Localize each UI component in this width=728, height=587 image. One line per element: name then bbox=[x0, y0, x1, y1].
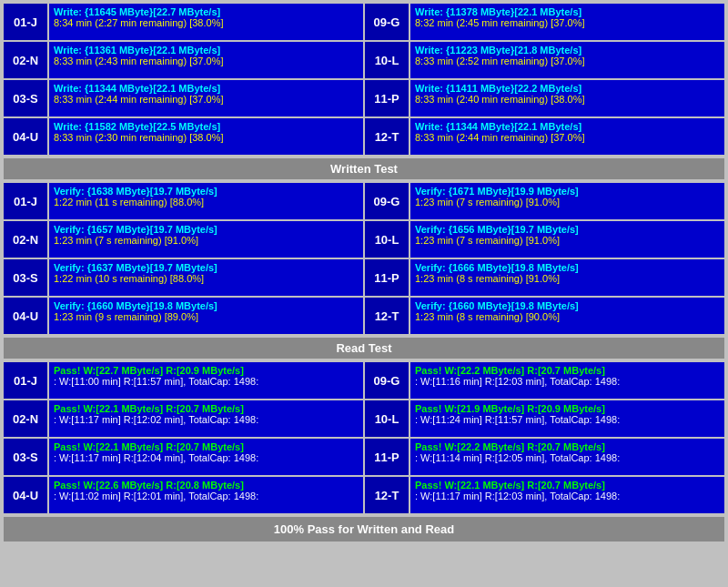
left-cell-3: Write: {11582 MByte}[22.5 MByte/s] 8:33 … bbox=[49, 118, 363, 155]
pass-right-id-3: 12-T bbox=[365, 477, 409, 513]
left-line1-3: Verify: {1660 MByte}[19.8 MByte/s] bbox=[54, 300, 359, 311]
right-cell-2: Verify: {1666 MByte}[19.8 MByte/s] 1:23 … bbox=[410, 259, 724, 296]
pass-row-2: 03-S Pass! W:[22.1 MByte/s] R:[20.7 MByt… bbox=[4, 439, 724, 475]
pass-right-line1-1: Pass! W:[21.9 MByte/s] R:[20.9 MByte/s] bbox=[415, 403, 720, 414]
right-id-1: 10-L bbox=[365, 221, 409, 258]
pass-right-line1-3: Pass! W:[22.1 MByte/s] R:[20.7 MByte/s] bbox=[415, 480, 720, 491]
pass-left-id-1: 02-N bbox=[4, 400, 47, 437]
right-id-0: 09-G bbox=[365, 183, 409, 219]
pass-right-cell-3: Pass! W:[22.1 MByte/s] R:[20.7 MByte/s] … bbox=[410, 477, 724, 513]
left-cell-2: Write: {11344 MByte}[22.1 MByte/s] 8:33 … bbox=[49, 80, 363, 116]
pass-right-id-1: 10-L bbox=[365, 400, 409, 437]
right-line2-3: 1:23 min (8 s remaining) [90.0%] bbox=[415, 311, 720, 322]
right-cell-0: Verify: {1671 MByte}[19.9 MByte/s] 1:23 … bbox=[410, 183, 724, 219]
bottom-bar: 100% Pass for Written and Read bbox=[4, 517, 724, 541]
left-line1-1: Write: {11361 MByte}[22.1 MByte/s] bbox=[54, 45, 359, 56]
row-1: 02-N Verify: {1657 MByte}[19.7 MByte/s] … bbox=[4, 221, 724, 258]
pass-left-id-2: 03-S bbox=[4, 439, 47, 475]
right-id-3: 12-T bbox=[365, 298, 409, 334]
left-cell-2: Verify: {1637 MByte}[19.7 MByte/s] 1:22 … bbox=[49, 259, 363, 296]
left-line1-2: Write: {11344 MByte}[22.1 MByte/s] bbox=[54, 83, 359, 94]
right-cell-1: Verify: {1656 MByte}[19.7 MByte/s] 1:23 … bbox=[410, 221, 724, 258]
pass-left-cell-2: Pass! W:[22.1 MByte/s] R:[20.7 MByte/s] … bbox=[49, 439, 363, 475]
pass-left-line2-1: : W:[11:17 min] R:[12:02 min], TotalCap:… bbox=[54, 414, 359, 425]
right-cell-3: Verify: {1660 MByte}[19.8 MByte/s] 1:23 … bbox=[410, 298, 724, 334]
pass-right-line2-1: : W:[11:24 min] R:[11:57 min], TotalCap:… bbox=[415, 414, 720, 425]
pass-left-id-0: 01-J bbox=[4, 362, 47, 399]
written-test-divider: Written Test bbox=[4, 158, 724, 179]
left-id-1: 02-N bbox=[4, 221, 47, 258]
row-3: 04-U Write: {11582 MByte}[22.5 MByte/s] … bbox=[4, 118, 724, 155]
read-test-divider: Read Test bbox=[4, 338, 724, 359]
pass-row-1: 02-N Pass! W:[22.1 MByte/s] R:[20.7 MByt… bbox=[4, 400, 724, 437]
pass-right-cell-1: Pass! W:[21.9 MByte/s] R:[20.9 MByte/s] … bbox=[410, 400, 724, 437]
pass-left-id-3: 04-U bbox=[4, 477, 47, 513]
row-0: 01-J Verify: {1638 MByte}[19.7 MByte/s] … bbox=[4, 183, 724, 219]
right-line1-1: Write: {11223 MByte}[21.8 MByte/s] bbox=[415, 45, 720, 56]
right-id-3: 12-T bbox=[365, 118, 409, 155]
left-line1-0: Write: {11645 MByte}[22.7 MByte/s] bbox=[54, 6, 359, 17]
left-id-1: 02-N bbox=[4, 42, 47, 78]
left-line2-1: 8:33 min (2:43 min remaining) [37.0%] bbox=[54, 56, 359, 66]
row-3: 04-U Verify: {1660 MByte}[19.8 MByte/s] … bbox=[4, 298, 724, 334]
left-id-2: 03-S bbox=[4, 80, 47, 116]
row-0: 01-J Write: {11645 MByte}[22.7 MByte/s] … bbox=[4, 4, 724, 40]
left-cell-1: Write: {11361 MByte}[22.1 MByte/s] 8:33 … bbox=[49, 42, 363, 78]
written-test-label: Written Test bbox=[330, 162, 398, 176]
pass-row-0: 01-J Pass! W:[22.7 MByte/s] R:[20.9 MByt… bbox=[4, 362, 724, 399]
left-id-2: 03-S bbox=[4, 259, 47, 296]
right-line2-2: 1:23 min (8 s remaining) [91.0%] bbox=[415, 273, 720, 284]
pass-right-line1-0: Pass! W:[22.2 MByte/s] R:[20.7 MByte/s] bbox=[415, 365, 720, 376]
left-cell-0: Verify: {1638 MByte}[19.7 MByte/s] 1:22 … bbox=[49, 183, 363, 219]
right-cell-1: Write: {11223 MByte}[21.8 MByte/s] 8:33 … bbox=[410, 42, 724, 78]
right-line1-2: Verify: {1666 MByte}[19.8 MByte/s] bbox=[415, 262, 720, 273]
right-id-2: 11-P bbox=[365, 80, 409, 116]
left-cell-0: Write: {11645 MByte}[22.7 MByte/s] 8:34 … bbox=[49, 4, 363, 40]
right-line1-3: Write: {11344 MByte}[22.1 MByte/s] bbox=[415, 121, 720, 132]
left-line2-2: 8:33 min (2:44 min remaining) [37.0%] bbox=[54, 94, 359, 105]
pass-right-line1-2: Pass! W:[22.2 MByte/s] R:[20.7 MByte/s] bbox=[415, 441, 720, 452]
left-cell-3: Verify: {1660 MByte}[19.8 MByte/s] 1:23 … bbox=[49, 298, 363, 334]
pass-left-line2-3: : W:[11:02 min] R:[12:01 min], TotalCap:… bbox=[54, 491, 359, 501]
read-test-label: Read Test bbox=[336, 341, 391, 355]
right-line1-0: Verify: {1671 MByte}[19.9 MByte/s] bbox=[415, 186, 720, 197]
left-id-0: 01-J bbox=[4, 183, 47, 219]
left-line1-1: Verify: {1657 MByte}[19.7 MByte/s] bbox=[54, 224, 359, 235]
row-2: 03-S Verify: {1637 MByte}[19.7 MByte/s] … bbox=[4, 259, 724, 296]
right-line2-0: 1:23 min (7 s remaining) [91.0%] bbox=[415, 197, 720, 207]
left-line2-1: 1:23 min (7 s remaining) [91.0%] bbox=[54, 235, 359, 246]
left-line1-3: Write: {11582 MByte}[22.5 MByte/s] bbox=[54, 121, 359, 132]
left-line2-2: 1:22 min (10 s remaining) [88.0%] bbox=[54, 273, 359, 284]
right-id-2: 11-P bbox=[365, 259, 409, 296]
right-line1-1: Verify: {1656 MByte}[19.7 MByte/s] bbox=[415, 224, 720, 235]
left-id-3: 04-U bbox=[4, 118, 47, 155]
pass-left-line2-0: : W:[11:00 min] R:[11:57 min], TotalCap:… bbox=[54, 376, 359, 387]
row-1: 02-N Write: {11361 MByte}[22.1 MByte/s] … bbox=[4, 42, 724, 78]
right-cell-0: Write: {11378 MByte}[22.1 MByte/s] 8:32 … bbox=[410, 4, 724, 40]
left-line1-2: Verify: {1637 MByte}[19.7 MByte/s] bbox=[54, 262, 359, 273]
right-line2-3: 8:33 min (2:44 min remaining) [37.0%] bbox=[415, 132, 720, 143]
pass-right-line2-3: : W:[11:17 min] R:[12:03 min], TotalCap:… bbox=[415, 491, 720, 501]
pass-right-line2-0: : W:[11:16 min] R:[12:03 min], TotalCap:… bbox=[415, 376, 720, 387]
pass-summary-label: 100% Pass for Written and Read bbox=[274, 522, 454, 536]
right-line2-1: 8:33 min (2:52 min remaining) [37.0%] bbox=[415, 56, 720, 66]
left-id-0: 01-J bbox=[4, 4, 47, 40]
pass-left-line1-0: Pass! W:[22.7 MByte/s] R:[20.9 MByte/s] bbox=[54, 365, 359, 376]
pass-row-3: 04-U Pass! W:[22.6 MByte/s] R:[20.8 MByt… bbox=[4, 477, 724, 513]
right-line2-0: 8:32 min (2:45 min remaining) [37.0%] bbox=[415, 17, 720, 28]
main-container: 01-J Write: {11645 MByte}[22.7 MByte/s] … bbox=[0, 0, 728, 545]
pass-right-id-0: 09-G bbox=[365, 362, 409, 399]
pass-left-cell-1: Pass! W:[22.1 MByte/s] R:[20.7 MByte/s] … bbox=[49, 400, 363, 437]
left-id-3: 04-U bbox=[4, 298, 47, 334]
right-line1-3: Verify: {1660 MByte}[19.8 MByte/s] bbox=[415, 300, 720, 311]
verify-section: 01-J Verify: {1638 MByte}[19.7 MByte/s] … bbox=[4, 183, 724, 334]
left-line2-3: 1:23 min (9 s remaining) [89.0%] bbox=[54, 311, 359, 322]
right-line1-2: Write: {11411 MByte}[22.2 MByte/s] bbox=[415, 83, 720, 94]
left-cell-1: Verify: {1657 MByte}[19.7 MByte/s] 1:23 … bbox=[49, 221, 363, 258]
right-line2-2: 8:33 min (2:40 min remaining) [38.0%] bbox=[415, 94, 720, 105]
pass-right-cell-2: Pass! W:[22.2 MByte/s] R:[20.7 MByte/s] … bbox=[410, 439, 724, 475]
row-2: 03-S Write: {11344 MByte}[22.1 MByte/s] … bbox=[4, 80, 724, 116]
pass-right-cell-0: Pass! W:[22.2 MByte/s] R:[20.7 MByte/s] … bbox=[410, 362, 724, 399]
pass-section: 01-J Pass! W:[22.7 MByte/s] R:[20.9 MByt… bbox=[4, 362, 724, 513]
pass-left-line1-3: Pass! W:[22.6 MByte/s] R:[20.8 MByte/s] bbox=[54, 480, 359, 491]
